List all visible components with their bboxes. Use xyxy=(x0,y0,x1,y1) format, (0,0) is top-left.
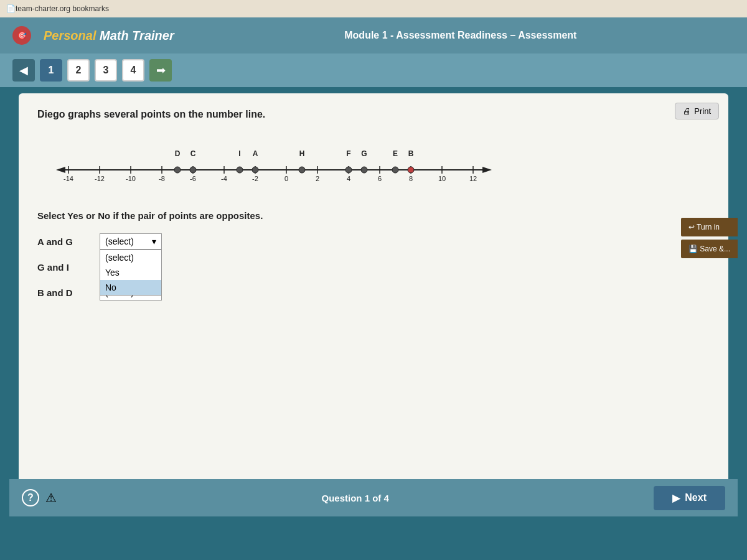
row-a-and-g: A and G (select) ▾ (select) Yes No xyxy=(37,233,710,250)
selected-value-a-and-g: (select) xyxy=(105,236,134,246)
nav-back-button[interactable]: ◀ xyxy=(12,59,35,82)
svg-text:B: B xyxy=(408,149,414,158)
label-b-and-d: B and D xyxy=(37,287,87,298)
page-3-button[interactable]: 3 xyxy=(95,59,117,82)
save-icon: 💾 xyxy=(688,245,698,253)
question-counter: Question 1 of 4 xyxy=(321,493,388,503)
svg-text:A: A xyxy=(253,149,258,158)
svg-text:4: 4 xyxy=(347,175,350,182)
svg-text:0: 0 xyxy=(284,175,288,182)
svg-text:H: H xyxy=(299,149,305,158)
main-panel: 🖨 Print Diego graphs several points on t… xyxy=(19,93,728,516)
svg-point-35 xyxy=(237,167,243,173)
question-text: Diego graphs several points on the numbe… xyxy=(37,109,710,120)
dropdown-options-a-and-g: (select) Yes No xyxy=(100,250,162,296)
svg-text:C: C xyxy=(190,149,196,158)
module-title: Module 1 - Assessment Readiness – Assess… xyxy=(187,30,735,41)
page-4-button[interactable]: 4 xyxy=(122,59,144,82)
label-a-and-g: A and G xyxy=(37,236,87,247)
nav-forward-button[interactable]: ➡ xyxy=(149,59,172,82)
svg-text:8: 8 xyxy=(409,175,413,182)
option-yes-a-and-g[interactable]: Yes xyxy=(100,265,161,280)
svg-point-45 xyxy=(392,167,398,173)
turn-in-button[interactable]: ↩ Turn in xyxy=(681,218,738,236)
svg-text:-8: -8 xyxy=(159,175,165,182)
next-button[interactable]: ▶ Next xyxy=(654,486,725,510)
save-button[interactable]: 💾 Save &... xyxy=(681,240,738,258)
select-section: A and G (select) ▾ (select) Yes No G and… xyxy=(37,233,710,301)
svg-text:-4: -4 xyxy=(221,175,227,182)
turn-in-icon: ↩ xyxy=(688,223,695,231)
page-2-button[interactable]: 2 xyxy=(67,59,90,82)
svg-text:2: 2 xyxy=(316,175,319,182)
svg-text:-6: -6 xyxy=(190,175,196,182)
app-title: Personal Math Trainer xyxy=(44,29,174,43)
svg-marker-1 xyxy=(482,167,492,173)
svg-text:6: 6 xyxy=(378,175,382,182)
svg-point-47 xyxy=(408,167,414,173)
svg-text:-10: -10 xyxy=(126,175,136,182)
page-1-button[interactable]: 1 xyxy=(40,59,62,82)
svg-text:-2: -2 xyxy=(252,175,258,182)
svg-text:D: D xyxy=(175,149,181,158)
svg-text:I: I xyxy=(238,149,240,158)
bottom-right: ▶ Next xyxy=(654,486,725,510)
option-select-a-and-g[interactable]: (select) xyxy=(100,250,161,265)
app-header: 🎯 Personal Math Trainer Module 1 - Asses… xyxy=(0,17,747,54)
content-area: 🖨 Print Diego graphs several points on t… xyxy=(9,93,738,516)
bottom-bar: ? ⚠ Question 1 of 4 ▶ Next xyxy=(9,479,738,516)
svg-text:-14: -14 xyxy=(63,175,73,182)
number-line-svg: -14 -12 -10 -8 -6 -4 -2 xyxy=(56,139,492,189)
svg-text:G: G xyxy=(361,149,367,158)
label-g-and-i: G and I xyxy=(37,262,87,273)
svg-point-37 xyxy=(252,167,258,173)
svg-text:12: 12 xyxy=(469,175,477,182)
dropdown-selected-a-and-g[interactable]: (select) ▾ xyxy=(100,233,162,250)
printer-icon: 🖨 xyxy=(683,106,691,116)
svg-point-31 xyxy=(174,167,181,173)
browser-bar: 📄 team-charter.org bookmarks xyxy=(0,0,747,17)
chevron-down-icon: ▾ xyxy=(152,236,156,246)
dropdown-a-and-g[interactable]: (select) ▾ (select) Yes No xyxy=(100,233,162,250)
nav-bar: ◀ 1 2 3 4 ➡ xyxy=(0,54,747,87)
print-button[interactable]: 🖨 Print xyxy=(675,103,719,119)
app-logo: 🎯 xyxy=(12,26,31,45)
svg-point-41 xyxy=(345,167,352,173)
help-button[interactable]: ? xyxy=(22,489,39,506)
svg-point-39 xyxy=(299,167,305,173)
bookmarks-text: team-charter.org bookmarks xyxy=(16,4,109,13)
svg-text:-12: -12 xyxy=(95,175,105,182)
svg-text:E: E xyxy=(393,149,398,158)
svg-text:F: F xyxy=(346,149,350,158)
svg-text:10: 10 xyxy=(438,175,446,182)
number-line-container: -14 -12 -10 -8 -6 -4 -2 xyxy=(56,139,710,189)
svg-point-43 xyxy=(361,167,367,173)
instruction-text: Select Yes or No if the pair of points a… xyxy=(37,210,710,221)
svg-point-33 xyxy=(190,167,196,173)
next-arrow-icon: ▶ xyxy=(672,492,680,504)
option-no-a-and-g[interactable]: No xyxy=(100,280,161,295)
svg-marker-2 xyxy=(56,167,65,173)
bookmark-icon: 📄 xyxy=(6,4,16,13)
bottom-left: ? ⚠ xyxy=(22,489,57,506)
warning-button[interactable]: ⚠ xyxy=(45,490,57,505)
right-side-buttons: ↩ Turn in 💾 Save &... xyxy=(681,218,738,258)
